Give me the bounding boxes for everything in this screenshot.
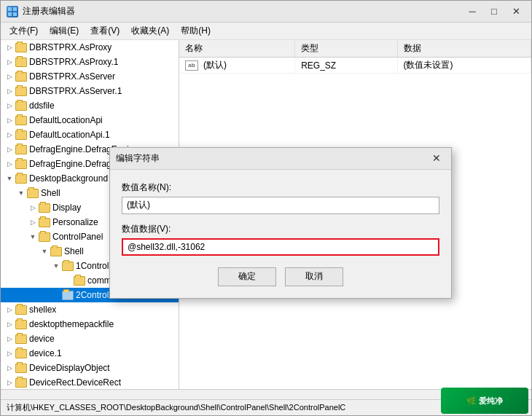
expand-icon: ▷	[4, 100, 15, 111]
folder-icon	[39, 203, 50, 213]
table-row[interactable]: ab (默认) REG_SZ (数值未设置)	[179, 58, 531, 74]
tree-label: ControlPanel	[52, 232, 103, 242]
menu-help[interactable]: 帮助(H)	[175, 23, 216, 39]
tree-item-defaultlocationapi[interactable]: ▷ DefaultLocationApi	[1, 113, 179, 127]
expand-icon: ▷	[4, 362, 15, 374]
tree-item-dbrstprx-asserver1[interactable]: ▷ DBRSTPRX.AsServer.1	[1, 84, 179, 98]
tree-item-devicerect[interactable]: ▷ DeviceRect.DeviceRect	[1, 375, 179, 389]
menu-bar: 文件(F) 编辑(E) 查看(V) 收藏夹(A) 帮助(H)	[1, 23, 531, 40]
menu-view[interactable]: 查看(V)	[85, 23, 125, 39]
window-controls: ─ □ ✕	[463, 4, 525, 19]
cancel-button[interactable]: 取消	[285, 267, 343, 286]
tree-item-defaultlocationapi1[interactable]: ▷ DefaultLocationApi.1	[1, 127, 179, 142]
folder-icon	[15, 174, 27, 184]
edit-string-dialog[interactable]: 编辑字符串 ✕ 数值名称(N): 数值数据(V): 确定 取消	[109, 147, 452, 299]
status-text: 计算机\HKEY_CLASSES_ROOT\DesktopBackground\…	[7, 402, 345, 413]
cell-name-text: (默认)	[203, 59, 227, 71]
svg-rect-1	[13, 7, 17, 11]
expand-icon: ▷	[4, 333, 15, 345]
expand-icon: ▷	[4, 56, 15, 68]
name-field: 数值名称(N):	[122, 181, 439, 214]
cell-type: REG_SZ	[295, 58, 397, 74]
folder-icon	[15, 378, 27, 388]
minimize-button[interactable]: ─	[463, 4, 482, 19]
folder-icon	[15, 349, 27, 358]
folder-icon	[15, 334, 27, 344]
tree-label: DBRSTPRX.AsServer.1	[29, 86, 122, 96]
expand-icon: ▼	[39, 246, 50, 257]
expand-icon: ▷	[27, 216, 39, 228]
folder-icon	[15, 130, 27, 140]
watermark: 🌿 爱纯净	[441, 388, 528, 414]
expand-icon: ▷	[4, 129, 15, 141]
maximize-button[interactable]: □	[485, 4, 504, 19]
tree-item-dbrstprx-asserver[interactable]: ▷ DBRSTPRX.AsServer	[1, 69, 179, 84]
expand-icon: ▷	[4, 348, 15, 359]
menu-edit[interactable]: 编辑(E)	[44, 23, 85, 39]
folder-icon	[27, 189, 39, 198]
tree-item-dbrstprx-asproxy1[interactable]: ▷ DBRSTPRX.AsProxy.1	[1, 55, 179, 69]
tree-label: DBRSTPRX.AsServer	[29, 71, 115, 82]
expand-icon: ▷	[4, 304, 15, 315]
tree-item-devicedisplayobject[interactable]: ▷ DeviceDisplayObject	[1, 361, 179, 375]
expand-icon: ▷	[4, 144, 15, 155]
tree-label: DeviceDisplayObject	[29, 363, 110, 373]
tree-label: desktopthemepackfile	[29, 319, 114, 329]
col-name: 名称	[179, 40, 295, 58]
expand-icon: ▷	[4, 158, 15, 170]
expand-icon: ▷	[4, 42, 15, 53]
ab-icon: ab	[185, 60, 198, 71]
cell-name: ab (默认)	[179, 58, 295, 74]
dialog-title-bar: 编辑字符串 ✕	[110, 148, 451, 170]
tree-item-desktopthemepackfile[interactable]: ▷ desktopthemepackfile	[1, 317, 179, 331]
tree-label: DBRSTPRX.AsProxy	[29, 42, 112, 52]
dialog-buttons: 确定 取消	[122, 267, 439, 286]
expand-icon: ▷	[4, 318, 15, 330]
tree-label: device.1	[29, 348, 62, 358]
menu-file[interactable]: 文件(F)	[4, 23, 44, 39]
folder-icon	[62, 291, 74, 300]
name-input[interactable]	[122, 197, 439, 214]
tree-item-ddsfile[interactable]: ▷ ddsfile	[1, 98, 179, 113]
folder-icon	[15, 160, 27, 169]
tree-label: DeviceRect.DeviceRect	[29, 377, 121, 388]
expand-icon: ▼	[50, 260, 62, 272]
dialog-close-button[interactable]: ✕	[428, 151, 445, 165]
folder-icon	[15, 101, 27, 111]
watermark-text: 🌿 爱纯净	[466, 396, 503, 407]
tree-label: ddsfile	[29, 101, 55, 111]
data-input[interactable]	[122, 238, 439, 256]
svg-rect-3	[13, 12, 17, 16]
tree-label: DefaultLocationApi.1	[29, 130, 110, 140]
title-bar: 注册表编辑器 ─ □ ✕	[1, 1, 531, 23]
folder-icon	[50, 247, 62, 256]
col-type: 类型	[295, 40, 397, 58]
tree-label: Display	[52, 203, 81, 213]
expand-icon: ▷	[27, 202, 39, 213]
expand-icon: ▷	[4, 71, 15, 82]
tree-label: DBRSTPRX.AsProxy.1	[29, 57, 118, 67]
folder-icon	[15, 58, 27, 67]
expand-icon: ▷	[4, 114, 15, 126]
tree-item-dbrstprx-asproxy[interactable]: ▷ DBRSTPRX.AsProxy	[1, 40, 179, 55]
tree-label: Shell	[41, 188, 60, 198]
folder-icon	[39, 232, 50, 242]
data-field: 数值数据(V):	[122, 223, 439, 256]
name-label: 数值名称(N):	[122, 181, 439, 194]
menu-favorites[interactable]: 收藏夹(A)	[125, 23, 175, 39]
expand-icon: ▷	[4, 85, 15, 97]
tree-label: DefaultLocationApi	[29, 115, 103, 125]
window-title: 注册表编辑器	[23, 5, 463, 17]
close-button[interactable]: ✕	[506, 4, 525, 19]
tree-item-shellex[interactable]: ▷ shellex	[1, 302, 179, 317]
tree-label: Personalize	[52, 217, 98, 227]
ok-button[interactable]: 确定	[218, 267, 276, 286]
cell-data: (数值未设置)	[397, 58, 531, 74]
dialog-body: 数值名称(N): 数值数据(V): 确定 取消	[110, 170, 451, 298]
registry-table: 名称 类型 数据 ab (默认)	[179, 40, 531, 74]
folder-icon	[15, 320, 27, 329]
folder-icon	[15, 43, 27, 52]
tree-item-device1[interactable]: ▷ device.1	[1, 346, 179, 361]
folder-icon	[15, 305, 27, 315]
tree-item-device[interactable]: ▷ device	[1, 331, 179, 346]
